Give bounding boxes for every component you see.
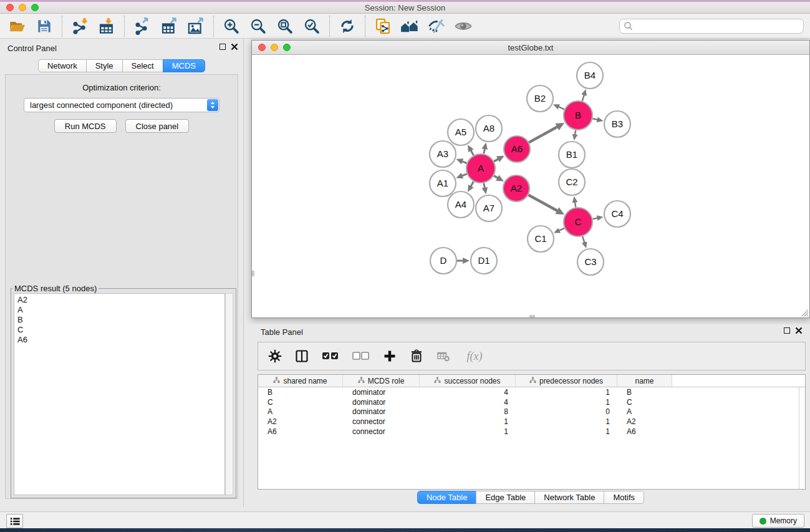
graph-node-C3[interactable]: C3 [577,249,604,275]
graph-node-B3[interactable]: B3 [604,111,630,137]
column-layout-icon[interactable] [294,348,310,364]
show-panel-icon[interactable] [453,16,474,37]
network-canvas[interactable]: B4B2BB3A8A5A6B1A3AC2A1A2A4A7C4CC1C3DD1 [252,56,809,317]
graph-edge-B-B2[interactable] [558,107,564,109]
tab-network[interactable]: Network [38,59,87,72]
tab-mcds[interactable]: MCDS [163,59,205,72]
zoom-fit-icon[interactable] [274,16,296,37]
table-row[interactable]: Cdominator41C [258,397,805,407]
close-panel-button[interactable]: Close panel [125,119,190,133]
graph-edge-C-C2[interactable] [575,202,576,208]
graph-node-A5[interactable]: A5 [448,119,474,145]
table-row[interactable]: A6connector11A6 [258,427,805,437]
graph-edge-C-C4[interactable] [593,218,598,219]
export-table-icon[interactable] [158,16,180,37]
cell-name[interactable]: A [617,407,672,416]
import-network-icon[interactable] [69,16,90,37]
column-sort-icon[interactable] [529,377,536,385]
cell-shared-name[interactable]: A2 [258,417,343,426]
table-row[interactable]: Adominator80A [258,407,805,417]
graph-node-B4[interactable]: B4 [577,62,603,89]
resize-grip[interactable] [800,308,809,317]
table-row[interactable]: A2connector11A2 [258,417,805,427]
column-header-successor-nodes[interactable]: successor nodes [420,375,516,387]
graph-node-A8[interactable]: A8 [476,115,502,142]
import-table-icon[interactable] [96,16,117,37]
graph-node-C1[interactable]: C1 [528,226,554,252]
mcds-result-item[interactable]: A [17,305,221,315]
tab-select[interactable]: Select [122,59,163,72]
tab-style[interactable]: Style [86,59,123,72]
result-list-scrollbar[interactable] [225,293,233,495]
search-input[interactable] [634,21,799,31]
graph-node-D1[interactable]: D1 [471,248,497,274]
criterion-dropdown[interactable]: largest connected component (directed) [24,98,219,112]
table-scrollbar[interactable] [799,387,805,489]
column-sort-icon[interactable] [273,377,280,385]
task-history-button[interactable] [6,514,23,528]
graph-edge-B-B1[interactable] [575,130,576,135]
deselect-all-icon[interactable] [351,348,371,364]
graph-node-C4[interactable]: C4 [604,201,630,227]
cell-shared-name[interactable]: C [258,398,343,407]
cell-MCDS-role[interactable]: dominator [343,388,420,397]
column-header-shared-name[interactable]: shared name [258,375,343,387]
export-network-icon[interactable] [132,16,153,37]
table-row[interactable]: Bdominator41B [258,387,805,397]
cell-successor-nodes[interactable]: 1 [420,417,516,426]
cell-MCDS-role[interactable]: connector [343,417,420,426]
tab-node-table[interactable]: Node Table [417,491,477,504]
graph-edge-A-A4[interactable] [471,181,474,186]
clone-network-icon[interactable] [372,16,393,37]
close-panel-icon[interactable] [231,43,238,51]
zoom-selected-icon[interactable] [301,16,322,37]
cell-predecessor-nodes[interactable]: 1 [516,388,617,397]
cell-shared-name[interactable]: A [258,407,343,416]
export-image-icon[interactable] [185,16,206,37]
mcds-result-item[interactable]: B [17,315,221,325]
tab-network-table[interactable]: Network Table [534,491,604,504]
mcds-result-item[interactable]: A2 [17,295,221,305]
graph-edge-B-B3[interactable] [592,118,597,120]
mcds-result-item[interactable]: C [17,325,221,335]
column-header-predecessor-nodes[interactable]: predecessor nodes [516,375,617,387]
graph-node-A3[interactable]: A3 [430,141,456,167]
select-all-icon[interactable] [321,348,340,364]
delete-column-icon[interactable] [408,348,425,364]
add-column-icon[interactable] [382,348,398,364]
column-sort-icon[interactable] [434,377,441,385]
graph-node-B2[interactable]: B2 [527,85,553,112]
graph-edge-A6-B[interactable] [529,127,557,142]
cell-predecessor-nodes[interactable]: 1 [516,417,617,426]
cell-name[interactable]: B [617,388,672,397]
tab-edge-table[interactable]: Edge Table [476,491,535,504]
graph-edge-C-C3[interactable] [582,236,584,243]
cell-predecessor-nodes[interactable]: 1 [516,427,617,436]
graph-edge-A-A7[interactable] [484,183,485,188]
graph-edge-A-A1[interactable] [462,174,467,176]
zoom-out-icon[interactable] [248,16,269,37]
cell-predecessor-nodes[interactable]: 0 [516,407,617,416]
cell-name[interactable]: C [617,398,672,407]
save-session-icon[interactable] [34,16,55,37]
search-field[interactable] [619,19,804,34]
graph-node-A2[interactable]: A2 [503,175,529,201]
cell-MCDS-role[interactable]: dominator [343,398,420,407]
cell-predecessor-nodes[interactable]: 1 [516,398,617,407]
graph-node-B1[interactable]: B1 [559,142,585,168]
memory-button[interactable]: Memory [752,514,804,528]
cell-successor-nodes[interactable]: 4 [420,398,516,407]
cell-MCDS-role[interactable]: dominator [343,407,420,416]
tab-motifs[interactable]: Motifs [604,491,644,504]
graph-edge-A2-C[interactable] [528,195,557,211]
node-table[interactable]: shared nameMCDS rolesuccessor nodesprede… [258,374,806,490]
delete-table-icon[interactable] [435,348,451,364]
run-mcds-button[interactable]: Run MCDS [54,119,117,133]
network-window-titlebar[interactable]: testGlobe.txt [252,41,809,55]
graph-edge-A-A3[interactable] [462,162,467,163]
graph-node-A[interactable]: A [466,154,495,183]
apply-layout-icon[interactable] [337,16,358,37]
float-table-panel-icon[interactable] [784,327,790,334]
column-sort-icon[interactable] [358,377,365,385]
cell-successor-nodes[interactable]: 4 [420,388,516,397]
